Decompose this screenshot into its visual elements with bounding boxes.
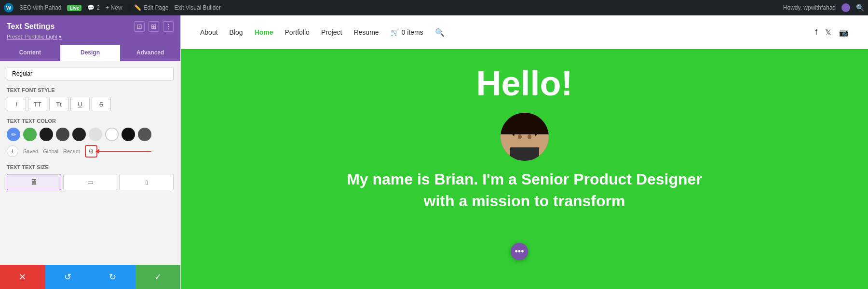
nav-home[interactable]: Home <box>255 28 273 36</box>
edit-page-button[interactable]: ✏️ Edit Page <box>134 4 168 11</box>
comment-count[interactable]: 💬 2 <box>87 4 100 11</box>
uppercase-button[interactable]: TT <box>28 97 47 111</box>
text-color-section: Text Text Color ✏ + Saved Global Re <box>7 118 174 158</box>
size-btn-row: 🖥 ▭ ▯ <box>7 174 174 190</box>
hero-content: Hello! My name is Brian. I'm a <box>181 49 868 289</box>
red-arrow-indicator <box>98 151 151 152</box>
pencil-icon: ✏️ <box>134 4 141 11</box>
font-weight-select[interactable]: Regular Bold Light <box>7 67 174 80</box>
color-swatches-row: ✏ <box>7 128 174 141</box>
color-swatch-darkgray2[interactable] <box>138 128 151 141</box>
color-swatch-black1[interactable] <box>40 128 53 141</box>
admin-search-icon[interactable]: 🔍 <box>856 4 864 12</box>
font-style-row: I TT Tt U S <box>7 97 174 111</box>
hero-body-text: My name is Brian. I'm a Senior Product D… <box>332 169 718 212</box>
svg-point-3 <box>518 134 522 139</box>
cancel-button[interactable]: ✕ <box>0 265 45 289</box>
recent-label[interactable]: Recent <box>63 148 80 154</box>
admin-bar-right: Howdy, wpwithfahad 🔍 <box>783 3 864 12</box>
website-preview: About Blog Home Portfolio Project Resume… <box>181 15 868 289</box>
twitter-icon[interactable]: 𝕏 <box>825 28 831 37</box>
font-weight-row: Regular Bold Light <box>7 67 174 80</box>
text-size-section: Text Text Size 🖥 ▭ ▯ <box>7 164 174 190</box>
wordpress-logo-icon[interactable]: W <box>4 3 14 13</box>
site-nav: About Blog Home Portfolio Project Resume… <box>181 15 868 49</box>
nav-links: About Blog Home Portfolio Project Resume… <box>200 28 445 37</box>
main-container: Text Settings ⊡ ⊞ ⋮ Preset: Portfolio Li… <box>0 15 868 289</box>
confirm-button[interactable]: ✓ <box>136 265 181 289</box>
nav-about[interactable]: About <box>200 28 218 36</box>
panel-minimize-button[interactable]: ⊡ <box>134 21 145 32</box>
color-section-label: Text Text Color <box>7 118 174 124</box>
saved-label[interactable]: Saved <box>23 148 38 154</box>
exit-builder-button[interactable]: Exit Visual Builder <box>174 4 221 11</box>
color-swatch-white[interactable] <box>105 128 119 141</box>
redo-button[interactable]: ↻ <box>90 265 136 289</box>
hero-avatar <box>501 113 549 161</box>
user-avatar[interactable] <box>841 3 850 12</box>
hero-title: Hello! <box>476 64 572 103</box>
undo-button[interactable]: ↺ <box>45 265 91 289</box>
size-tablet-button[interactable]: ▭ <box>63 174 118 190</box>
svg-point-4 <box>528 134 531 139</box>
color-swatch-darkgray[interactable] <box>56 128 69 141</box>
new-button[interactable]: + New <box>106 4 122 11</box>
nav-project[interactable]: Project <box>321 28 342 36</box>
tab-advanced[interactable]: Advanced <box>120 45 180 61</box>
wp-admin-bar: W SEO with Fahad Live 💬 2 + New ✏️ Edit … <box>0 0 868 15</box>
panel-menu-button[interactable]: ⋮ <box>163 21 174 32</box>
panel-bottom-actions: ✕ ↺ ↻ ✓ <box>0 265 180 289</box>
color-swatch-nearblack[interactable] <box>72 128 86 141</box>
capitalize-button[interactable]: Tt <box>49 97 68 111</box>
panel-body: Regular Bold Light Text Font Style I TT … <box>0 61 180 265</box>
mobile-icon: ▯ <box>145 179 148 185</box>
cart-count: 0 items <box>402 28 423 36</box>
add-color-button[interactable]: + <box>7 145 18 157</box>
site-name[interactable]: SEO with Fahad <box>19 4 61 11</box>
text-size-label: Text Text Size <box>7 164 174 170</box>
panel-title-row: Text Settings ⊡ ⊞ ⋮ <box>7 21 174 32</box>
color-actions-row: + Saved Global Recent ⚙ <box>7 145 174 158</box>
svg-rect-5 <box>510 147 539 161</box>
nav-portfolio[interactable]: Portfolio <box>285 28 310 36</box>
tablet-icon: ▭ <box>87 178 94 186</box>
panel-icon-group: ⊡ ⊞ ⋮ <box>134 21 174 32</box>
separator <box>128 4 128 12</box>
live-badge: Live <box>67 5 81 11</box>
floating-menu-button[interactable]: ••• <box>511 243 528 260</box>
facebook-icon[interactable]: f <box>815 28 817 37</box>
avatar-hair <box>501 113 549 134</box>
panel-header: Text Settings ⊡ ⊞ ⋮ Preset: Portfolio Li… <box>0 15 180 45</box>
panel-preset[interactable]: Preset: Portfolio Light ▾ <box>7 34 174 40</box>
strikethrough-button[interactable]: S <box>92 97 111 111</box>
nav-blog[interactable]: Blog <box>230 28 243 36</box>
size-mobile-button[interactable]: ▯ <box>119 174 174 190</box>
tab-design[interactable]: Design <box>60 45 121 61</box>
italic-button[interactable]: I <box>7 97 26 111</box>
cart-icon: 🛒 <box>391 28 399 36</box>
desktop-icon: 🖥 <box>30 178 38 186</box>
color-swatch-lightgray[interactable] <box>89 128 102 141</box>
text-settings-panel: Text Settings ⊡ ⊞ ⋮ Preset: Portfolio Li… <box>0 15 181 289</box>
tab-content[interactable]: Content <box>0 45 60 61</box>
nav-search-button[interactable]: 🔍 <box>435 28 445 37</box>
font-style-label: Text Font Style <box>7 87 174 93</box>
underline-button[interactable]: U <box>70 97 90 111</box>
color-edit-button[interactable]: ✏ <box>7 128 20 141</box>
howdy-text: Howdy, wpwithfahad <box>783 4 836 11</box>
nav-cart[interactable]: 🛒 0 items <box>391 28 423 36</box>
instagram-icon[interactable]: 📷 <box>839 28 849 37</box>
color-swatch-darkest[interactable] <box>122 128 135 141</box>
global-label[interactable]: Global <box>43 148 58 154</box>
panel-expand-button[interactable]: ⊞ <box>149 21 159 32</box>
panel-tabs: Content Design Advanced <box>0 45 180 61</box>
panel-title: Text Settings <box>7 22 54 31</box>
nav-social: f 𝕏 📷 <box>815 28 849 37</box>
avatar-image <box>501 113 549 161</box>
color-swatch-green[interactable] <box>23 128 37 141</box>
size-desktop-button[interactable]: 🖥 <box>7 174 61 190</box>
comment-icon: 💬 <box>87 4 95 11</box>
preset-arrow-icon: ▾ <box>59 34 62 39</box>
nav-resume[interactable]: Resume <box>353 28 379 36</box>
